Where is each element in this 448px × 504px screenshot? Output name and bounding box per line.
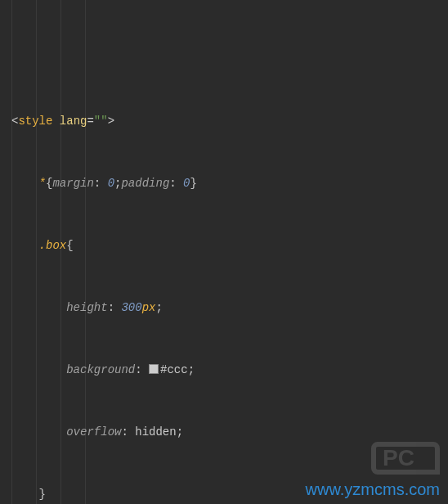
code-line: background: #ccc; bbox=[0, 362, 448, 378]
code-line: .box{ bbox=[0, 238, 448, 254]
code-line: overflow: hidden; bbox=[0, 425, 448, 440]
code-line: *{margin: 0;padding: 0} bbox=[0, 176, 448, 191]
code-block: <style lang=""> *{margin: 0;padding: 0} … bbox=[0, 0, 448, 504]
code-line: <style lang=""> bbox=[0, 114, 448, 129]
logo-watermark-icon: PC bbox=[371, 442, 440, 475]
watermark-text: www.yzmcms.com bbox=[306, 480, 440, 499]
code-line: height: 300px; bbox=[0, 300, 448, 316]
color-swatch bbox=[149, 364, 159, 374]
